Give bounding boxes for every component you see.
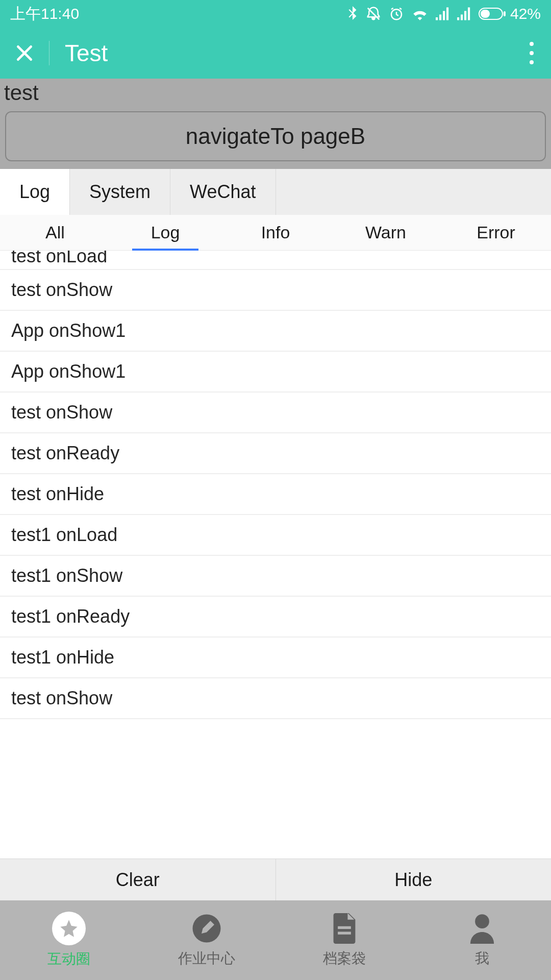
svg-rect-6 bbox=[338, 926, 351, 929]
console-top-tabs: Log System WeChat bbox=[0, 169, 551, 215]
nav-item-archive[interactable]: 档案袋 bbox=[276, 900, 413, 980]
nav-label: 我 bbox=[475, 949, 489, 968]
menu-button[interactable] bbox=[530, 42, 534, 64]
close-icon bbox=[15, 43, 34, 63]
svg-point-8 bbox=[475, 914, 489, 928]
svg-rect-7 bbox=[338, 932, 351, 934]
header-divider bbox=[49, 41, 49, 65]
battery-icon bbox=[479, 8, 506, 20]
clear-button[interactable]: Clear bbox=[0, 859, 276, 900]
console-sub-tabs: All Log Info Warn Error bbox=[0, 215, 551, 251]
log-list[interactable]: test onLoad test onShow App onShow1 App … bbox=[0, 251, 551, 859]
svg-rect-3 bbox=[481, 10, 490, 18]
app-header: Test bbox=[0, 28, 551, 79]
close-button[interactable] bbox=[12, 41, 37, 65]
status-time: 上午11:40 bbox=[10, 4, 79, 24]
log-item: test1 onReady bbox=[0, 597, 551, 638]
log-item: App onShow1 bbox=[0, 311, 551, 352]
console-panel: Log System WeChat All Log Info Warn Erro… bbox=[0, 169, 551, 900]
signal-icon bbox=[436, 7, 450, 20]
log-item: test onHide bbox=[0, 474, 551, 515]
nav-label: 互动圈 bbox=[47, 949, 90, 969]
log-item: test onShow bbox=[0, 393, 551, 433]
mute-icon bbox=[365, 6, 382, 21]
subtab-all[interactable]: All bbox=[0, 215, 110, 250]
subtab-log[interactable]: Log bbox=[110, 215, 220, 250]
log-item: test onReady bbox=[0, 433, 551, 474]
subtab-info[interactable]: Info bbox=[220, 215, 331, 250]
log-item: App onShow1 bbox=[0, 352, 551, 393]
hide-button[interactable]: Hide bbox=[276, 859, 552, 900]
signal-icon-2 bbox=[457, 7, 471, 20]
status-bar: 上午11:40 42% bbox=[0, 0, 551, 28]
navigate-button[interactable]: navigateTo pageB bbox=[5, 111, 546, 161]
page-title: Test bbox=[65, 39, 108, 67]
content-label: test bbox=[0, 79, 551, 107]
tab-wechat[interactable]: WeChat bbox=[170, 169, 276, 215]
log-item: test1 onLoad bbox=[0, 515, 551, 556]
tab-system[interactable]: System bbox=[70, 169, 170, 215]
edit-circle-icon bbox=[190, 912, 223, 945]
log-item: test onShow bbox=[0, 270, 551, 311]
subtab-error[interactable]: Error bbox=[441, 215, 551, 250]
console-actions: Clear Hide bbox=[0, 859, 551, 900]
dot-icon bbox=[530, 60, 534, 64]
bluetooth-icon bbox=[347, 6, 358, 21]
star-icon bbox=[52, 912, 86, 945]
bottom-nav: 互动圈 作业中心 档案袋 我 bbox=[0, 900, 551, 980]
log-item: test onLoad bbox=[0, 251, 551, 270]
nav-item-me[interactable]: 我 bbox=[413, 900, 551, 980]
nav-label: 作业中心 bbox=[178, 949, 235, 968]
subtab-warn[interactable]: Warn bbox=[331, 215, 441, 250]
nav-item-interaction[interactable]: 互动圈 bbox=[0, 900, 138, 980]
status-icons: 42% bbox=[347, 5, 541, 22]
alarm-icon bbox=[389, 6, 404, 21]
battery-percent: 42% bbox=[510, 5, 541, 22]
person-icon bbox=[466, 912, 498, 945]
content-area: test navigateTo pageB bbox=[0, 79, 551, 169]
nav-label: 档案袋 bbox=[323, 949, 366, 968]
dot-icon bbox=[530, 42, 534, 46]
dot-icon bbox=[530, 51, 534, 55]
log-item: test1 onShow bbox=[0, 556, 551, 597]
tab-log[interactable]: Log bbox=[0, 169, 70, 215]
wifi-icon bbox=[411, 7, 429, 20]
svg-rect-4 bbox=[504, 11, 506, 16]
file-icon bbox=[328, 912, 361, 945]
log-item: test1 onHide bbox=[0, 638, 551, 678]
log-item: test onShow bbox=[0, 678, 551, 719]
nav-item-homework[interactable]: 作业中心 bbox=[138, 900, 276, 980]
